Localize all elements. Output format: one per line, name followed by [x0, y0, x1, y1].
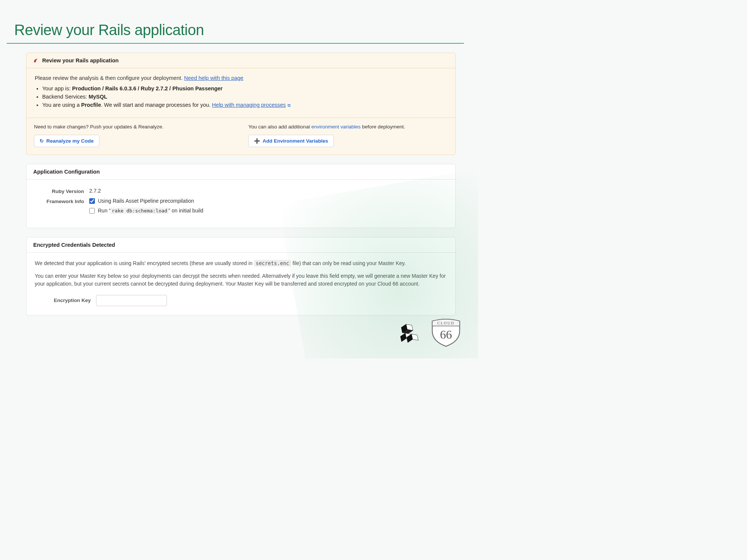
review-bullet-app: Your app is: Production / Rails 6.0.3.6 …: [42, 85, 447, 91]
brand-logos: CLOUD 66: [396, 315, 462, 348]
reanalyze-button[interactable]: ↻ Reanalyze my Code: [34, 135, 99, 147]
enc-paragraph-2: You can enter your Master Key below so y…: [35, 272, 447, 288]
page-title: Review your Rails application: [0, 0, 478, 43]
review-bullet-backend: Backend Services: MySQL: [42, 94, 447, 100]
review-bullet-procfile: You are using a Procfile. We will start …: [42, 102, 447, 108]
envvars-col: You can also add additional environment …: [241, 118, 455, 155]
framework-info-value: Using Rails Asset Pipeline precompilatio…: [89, 198, 449, 217]
asset-pipeline-checkbox-row[interactable]: Using Rails Asset Pipeline precompilatio…: [89, 198, 449, 204]
asset-pipeline-checkbox[interactable]: [89, 198, 95, 204]
framework-info-label: Framework Info: [33, 198, 89, 204]
external-link-icon: ⧉: [286, 103, 291, 108]
plus-circle-icon: ➕: [254, 138, 260, 144]
shield-top-text: CLOUD: [437, 321, 455, 325]
blocks-logo-icon: [396, 321, 423, 348]
encrypted-credentials-panel: Encrypted Credentials Detected We detect…: [26, 237, 456, 315]
refresh-icon: ↻: [40, 138, 44, 144]
add-env-vars-button[interactable]: ➕ Add Environment Variables: [248, 135, 334, 147]
reanalyze-button-label: Reanalyze my Code: [46, 138, 94, 144]
framework-info-row: Framework Info Using Rails Asset Pipelin…: [33, 198, 449, 217]
encrypted-credentials-header: Encrypted Credentials Detected: [27, 237, 455, 253]
title-rule: [7, 43, 464, 44]
ruby-version-row: Ruby Version 2.7.2: [33, 188, 449, 194]
app-config-header: Application Configuration: [27, 164, 455, 180]
schema-load-label: Run “rake db:schema:load” on initial bui…: [98, 208, 203, 214]
envvars-hint: You can also add additional environment …: [248, 124, 448, 130]
shield-num-text: 66: [440, 328, 452, 341]
encryption-key-input[interactable]: [96, 295, 167, 306]
help-processes-link[interactable]: Help with managing processes: [212, 102, 286, 108]
add-env-vars-button-label: Add Environment Variables: [263, 138, 328, 144]
schema-load-checkbox-row[interactable]: Run “rake db:schema:load” on initial bui…: [89, 208, 449, 214]
encrypted-credentials-body: We detected that your application is usi…: [27, 253, 455, 315]
review-panel-title: Review your Rails application: [42, 57, 119, 63]
ruby-version-label: Ruby Version: [33, 188, 89, 194]
app-config-panel: Application Configuration Ruby Version 2…: [26, 164, 456, 228]
app-config-body: Ruby Version 2.7.2 Framework Info Using …: [27, 180, 455, 228]
review-actions-row: Need to make changes? Push your updates …: [27, 118, 455, 155]
asset-pipeline-label: Using Rails Asset Pipeline precompilatio…: [98, 198, 194, 204]
review-panel-body: Please review the analysis & then config…: [27, 68, 455, 112]
review-panel: Review your Rails application Please rev…: [26, 53, 456, 155]
help-page-link[interactable]: Need help with this page: [184, 75, 244, 81]
main-container: Review your Rails application Please rev…: [26, 53, 456, 315]
review-panel-header: Review your Rails application: [27, 53, 455, 68]
schema-load-checkbox[interactable]: [89, 208, 95, 214]
ruby-version-value: 2.7.2: [89, 188, 449, 194]
review-bullets: Your app is: Production / Rails 6.0.3.6 …: [35, 85, 447, 108]
svg-marker-5: [412, 333, 418, 342]
enc-paragraph-1: We detected that your application is usi…: [35, 259, 447, 268]
encryption-key-label: Encryption Key: [35, 297, 91, 305]
review-intro-text: Please review the analysis & then config…: [35, 75, 184, 81]
cloud66-logo-icon: CLOUD 66: [430, 315, 462, 348]
review-intro: Please review the analysis & then config…: [35, 75, 447, 81]
reanalyze-col: Need to make changes? Push your updates …: [27, 118, 241, 155]
rails-icon: [33, 57, 39, 63]
encryption-key-row: Encryption Key: [35, 295, 447, 306]
reanalyze-hint: Need to make changes? Push your updates …: [34, 124, 233, 130]
env-vars-link[interactable]: environment variables: [311, 124, 360, 130]
